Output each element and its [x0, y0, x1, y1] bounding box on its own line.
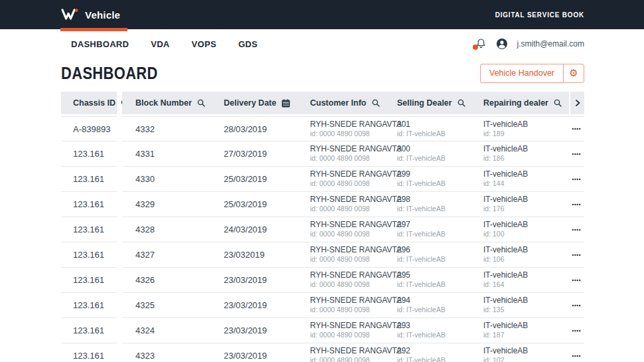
selling-dealer: 301: [397, 120, 470, 130]
selling-dealer-id: id: IT-vehicleAB: [397, 230, 470, 238]
cell-customer-info: RYH-SNEDE RANGAVTA id: 0000 4890 0098: [297, 192, 384, 217]
pinned-column-gutter: [117, 217, 122, 242]
vehicle-handover-button[interactable]: Vehicle Handover: [481, 64, 563, 82]
tab-dashboard[interactable]: DASHBOARD: [71, 39, 129, 49]
cell-block-number: 4327: [122, 242, 210, 267]
row-actions-menu[interactable]: [569, 293, 584, 317]
cell-chassis-id: 123.161: [61, 141, 117, 167]
row-actions-menu[interactable]: [569, 343, 584, 362]
gear-icon[interactable]: ⚙: [563, 64, 584, 82]
repairing-dealer-id: id: 102: [483, 356, 569, 362]
tab-vops[interactable]: VOPS: [192, 39, 216, 49]
table-row[interactable]: 123.161 4325 23/03/2019 RYH-SNEDE RANGAV…: [61, 293, 584, 318]
account-avatar-icon[interactable]: [496, 38, 508, 50]
table-row[interactable]: 123.161 4326 23/03/2019 RYH-SNEDE RANGAV…: [61, 268, 584, 293]
table-row[interactable]: 123.161 4328 24/03/2019 RYH-SNEDE RANGAV…: [61, 217, 584, 242]
cell-chassis-id: 123.161: [61, 242, 117, 268]
cell-delivery-date: 23/03/2019: [210, 318, 297, 343]
table-row[interactable]: 123.161 4329 25/03/2019 RYH-SNEDE RANGAV…: [61, 192, 584, 217]
table-header-main: Block Number Delivery Date: [122, 92, 584, 114]
row-actions-menu[interactable]: [569, 167, 584, 191]
row-actions-menu[interactable]: [569, 141, 584, 166]
cell-customer-info: RYH-SNEDE RANGAVTA id: 0000 4890 0098: [297, 167, 384, 191]
row-actions-menu[interactable]: [569, 217, 584, 242]
cell-repairing-dealer: IT-vehicleAB id: 102: [470, 343, 569, 362]
search-icon[interactable]: [197, 99, 205, 107]
customer-id: id: 0000 4890 0098: [310, 154, 384, 163]
customer-id: id: 0000 4890 0098: [310, 331, 384, 339]
customer-id: id: 0000 4890 0098: [310, 205, 384, 213]
cell-customer-info: RYH-SNEDE RANGAVTA id: 0000 4890 0098: [297, 141, 384, 166]
repairing-dealer-id: id: 100: [483, 230, 569, 238]
repairing-dealer: IT-vehicleAB: [483, 169, 569, 179]
cell-repairing-dealer: IT-vehicleAB id: 187: [470, 318, 569, 343]
cell-selling-dealer: 298 id: IT-vehicleAB: [384, 192, 470, 217]
column-label: Selling Dealer: [397, 98, 452, 108]
selling-dealer: 299: [397, 169, 470, 179]
row-actions-menu[interactable]: [569, 268, 584, 292]
row-actions-menu[interactable]: [569, 242, 584, 267]
customer-id: id: 0000 4890 0098: [310, 306, 384, 314]
cell-chassis-id: A-839893: [61, 116, 117, 141]
repairing-dealer: IT-vehicleAB: [483, 195, 569, 205]
table-row[interactable]: 123.161 4331 27/03/2019 RYH-SNEDE RANGAV…: [61, 141, 584, 167]
customer-id: id: 0000 4890 0098: [310, 356, 384, 362]
active-tab-indicator: [60, 28, 127, 31]
selling-dealer-id: id: IT-vehicleAB: [397, 255, 470, 264]
topbar: Vehicle DIGITAL SERVICE BOOK: [0, 0, 644, 29]
calendar-icon[interactable]: [282, 99, 290, 108]
cell-customer-info: RYH-SNEDE RANGAVTA id: 0000 4890 0098: [297, 293, 384, 317]
search-icon[interactable]: [457, 99, 465, 107]
table-row[interactable]: 123.161 4327 23/032019 RYH-SNEDE RANGAVT…: [61, 242, 584, 268]
search-icon[interactable]: [554, 99, 562, 107]
column-label: Delivery Date: [224, 98, 276, 108]
ellipsis-icon: [572, 153, 582, 155]
column-header-repairing-dealer: Repairing dealer: [470, 92, 569, 114]
selling-dealer: 300: [397, 144, 470, 154]
table-row[interactable]: 123.161 4323 23/03/2019 RYH-SNEDE RANGAV…: [61, 343, 584, 362]
customer-name: RYH-SNEDE RANGAVTA: [310, 169, 384, 179]
row-actions-menu[interactable]: [569, 192, 584, 217]
cell-customer-info: RYH-SNEDE RANGAVTA id: 0000 4890 0098: [297, 343, 384, 362]
customer-name: RYH-SNEDE RANGAVTA: [310, 220, 384, 230]
cell-block-number: 4325: [122, 293, 210, 317]
repairing-dealer: IT-vehicleAB: [483, 144, 569, 154]
customer-name: RYH-SNEDE RANGAVTA: [310, 270, 384, 280]
table-body: A-839893 4332 28/03/2019 RYH-SNEDE RANGA…: [61, 116, 584, 362]
selling-dealer-id: id: IT-vehicleAB: [397, 356, 470, 362]
user-email: j.smith@email.com: [517, 39, 584, 48]
column-header-delivery-date: Delivery Date: [210, 92, 297, 114]
cell-chassis-id: 123.161: [61, 217, 117, 242]
row-actions-menu[interactable]: [569, 318, 584, 343]
ellipsis-icon: [572, 279, 582, 282]
brand-logo-icon: [61, 8, 78, 21]
cell-block-number: 4332: [122, 117, 210, 141]
nav-right: j.smith@email.com: [475, 38, 584, 50]
cell-customer-info: RYH-SNEDE RANGAVTA id: 0000 4890 0098: [297, 217, 384, 242]
customer-name: RYH-SNEDE RANGAVTA: [310, 296, 384, 306]
notifications-bell-icon[interactable]: [475, 38, 487, 50]
column-label: Customer Info: [310, 98, 366, 108]
cell-repairing-dealer: IT-vehicleAB id: 106: [470, 242, 569, 267]
row-main: 4330 25/03/2019 RYH-SNEDE RANGAVTA id: 0…: [122, 167, 584, 192]
pinned-column-gutter: [117, 116, 122, 141]
table-row[interactable]: 123.161 4330 25/03/2019 RYH-SNEDE RANGAV…: [61, 167, 584, 192]
pinned-column-gutter: [117, 343, 122, 362]
row-actions-menu[interactable]: [569, 117, 584, 141]
cell-repairing-dealer: IT-vehicleAB id: 164: [470, 268, 569, 292]
column-header-customer-info: Customer Info: [297, 92, 384, 114]
customer-id: id: 0000 4890 0098: [310, 179, 384, 188]
ellipsis-icon: [572, 178, 582, 181]
table-row[interactable]: 123.161 4324 23/03/2019 RYH-SNEDE RANGAV…: [61, 318, 584, 343]
search-icon[interactable]: [372, 99, 380, 107]
table-row[interactable]: A-839893 4332 28/03/2019 RYH-SNEDE RANGA…: [61, 116, 584, 141]
cell-selling-dealer: 301 id: IT-vehicleAB: [384, 117, 470, 141]
page-title: DASHBOARD: [61, 63, 158, 84]
cell-repairing-dealer: IT-vehicleAB id: 176: [470, 192, 569, 217]
tab-vda[interactable]: VDA: [151, 39, 169, 49]
row-main: 4326 23/03/2019 RYH-SNEDE RANGAVTA id: 0…: [122, 268, 584, 293]
tab-gds[interactable]: GDS: [238, 39, 258, 49]
repairing-dealer: IT-vehicleAB: [483, 270, 569, 280]
more-columns-chevron[interactable]: [569, 92, 584, 114]
cell-chassis-id: 123.161: [61, 318, 117, 343]
